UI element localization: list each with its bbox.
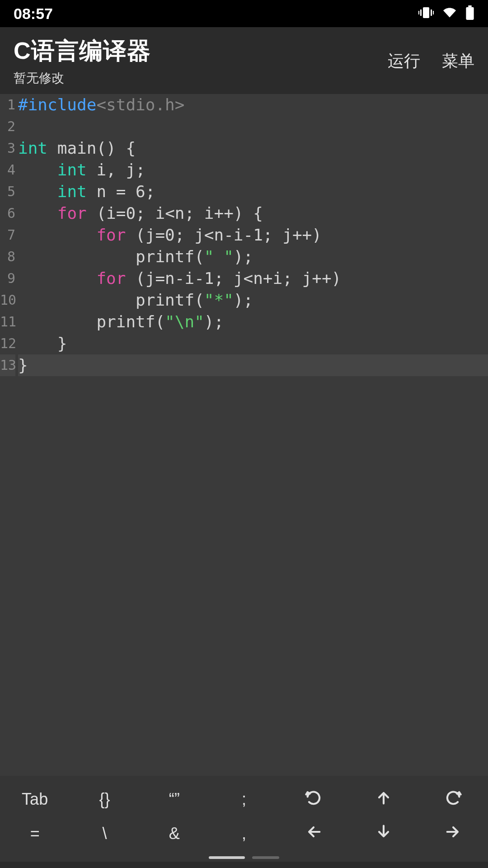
app-title: C语言编译器 <box>14 35 151 67</box>
code-line[interactable]: printf("*"); <box>18 289 488 311</box>
code-line[interactable]: printf(" "); <box>18 246 488 268</box>
keybar-row-1: Tab{}“”; <box>0 782 488 816</box>
line-number: 12 <box>0 333 15 354</box>
line-number: 2 <box>0 116 15 137</box>
svg-rect-4 <box>433 11 434 14</box>
key-[interactable]: = <box>30 824 40 843</box>
arrow-right-icon[interactable] <box>444 823 462 845</box>
line-gutter: 12345678910111213 <box>0 94 18 799</box>
key-[interactable]: & <box>169 824 180 843</box>
code-line[interactable]: } <box>18 354 488 376</box>
line-number: 1 <box>0 94 15 116</box>
line-number: 9 <box>0 268 15 289</box>
line-number: 10 <box>0 289 15 311</box>
line-number: 4 <box>0 159 15 181</box>
key-[interactable]: ; <box>242 790 246 809</box>
redo-icon[interactable] <box>444 788 462 811</box>
app-header: C语言编译器 暂无修改 运行 菜单 <box>0 27 488 94</box>
menu-button[interactable]: 菜单 <box>442 50 474 72</box>
status-bar: 08:57 <box>0 0 488 27</box>
svg-rect-0 <box>423 7 429 18</box>
symbol-keybar: Tab{}“”; =\&, <box>0 776 488 862</box>
svg-rect-2 <box>431 9 432 16</box>
key-[interactable]: {} <box>99 790 110 809</box>
line-number: 5 <box>0 181 15 203</box>
code-area[interactable]: #include<stdio.h>int main() { int i, j; … <box>18 94 488 799</box>
code-line[interactable]: #include<stdio.h> <box>18 94 488 116</box>
key-[interactable]: \ <box>102 824 107 843</box>
code-editor[interactable]: 12345678910111213 #include<stdio.h>int m… <box>0 94 488 799</box>
run-button[interactable]: 运行 <box>388 50 420 72</box>
code-line[interactable]: } <box>18 333 488 354</box>
wifi-icon <box>442 6 457 21</box>
code-line[interactable]: for (j=0; j<n-i-1; j++) <box>18 224 488 246</box>
svg-rect-6 <box>466 7 474 20</box>
battery-icon <box>465 5 474 22</box>
arrow-left-icon[interactable] <box>305 823 323 845</box>
svg-rect-1 <box>420 9 422 16</box>
undo-icon[interactable] <box>305 788 323 811</box>
arrow-up-icon[interactable] <box>375 788 393 811</box>
key-[interactable]: “” <box>169 790 180 809</box>
line-number: 6 <box>0 203 15 224</box>
code-line[interactable]: printf("\n"); <box>18 311 488 333</box>
vibrate-icon <box>418 6 434 21</box>
line-number: 8 <box>0 246 15 268</box>
arrow-down-icon[interactable] <box>375 823 393 845</box>
line-number: 3 <box>0 137 15 159</box>
svg-rect-5 <box>468 5 471 7</box>
status-icons <box>418 5 474 22</box>
code-line[interactable]: int main() { <box>18 137 488 159</box>
line-number: 13 <box>0 354 15 376</box>
line-number: 11 <box>0 311 15 333</box>
key-[interactable]: , <box>242 824 246 843</box>
app-subtitle: 暂无修改 <box>14 70 151 87</box>
code-line[interactable] <box>18 116 488 137</box>
keybar-row-2: =\&, <box>0 816 488 851</box>
code-line[interactable]: for (j=n-i-1; j<n+i; j++) <box>18 268 488 289</box>
status-time: 08:57 <box>14 5 53 23</box>
home-indicator <box>209 856 279 859</box>
key-Tab[interactable]: Tab <box>22 790 48 809</box>
code-line[interactable]: int n = 6; <box>18 181 488 203</box>
line-number: 7 <box>0 224 15 246</box>
code-line[interactable]: for (i=0; i<n; i++) { <box>18 203 488 224</box>
svg-rect-3 <box>418 11 419 14</box>
code-line[interactable]: int i, j; <box>18 159 488 181</box>
